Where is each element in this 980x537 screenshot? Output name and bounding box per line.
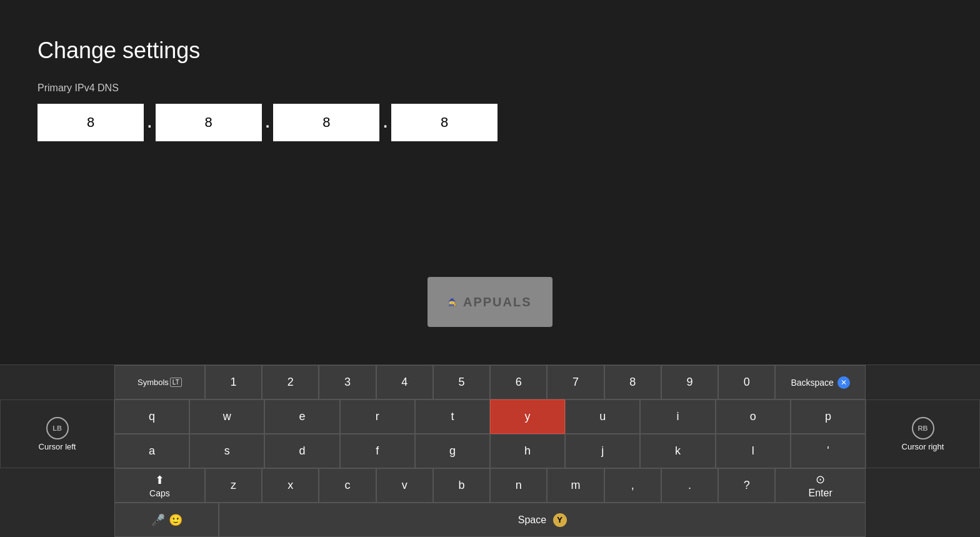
key-question[interactable]: ? [718, 468, 775, 503]
dns-dot-3: . [383, 114, 388, 131]
dns-label: Primary IPv4 DNS [38, 83, 942, 94]
key-comma[interactable]: , [604, 468, 661, 503]
key-i[interactable]: i [640, 399, 715, 434]
backspace-key[interactable]: Backspace ✕ [775, 365, 866, 399]
dns-fields: . . . [38, 104, 942, 141]
key-3[interactable]: 3 [319, 365, 376, 399]
keyboard-row-2: q w e r t y u i o p [114, 399, 866, 434]
key-l[interactable]: l [716, 434, 791, 468]
backspace-x-icon: ✕ [838, 376, 850, 389]
key-4[interactable]: 4 [376, 365, 433, 399]
key-p[interactable]: p [791, 399, 866, 434]
key-q[interactable]: q [114, 399, 189, 434]
key-a[interactable]: a [114, 434, 189, 468]
key-f[interactable]: f [340, 434, 415, 468]
symbols-key[interactable]: Symbols LT [114, 365, 205, 399]
key-v[interactable]: v [376, 468, 433, 503]
mic-icon: 🎤 [151, 513, 165, 527]
key-t[interactable]: t [415, 399, 490, 434]
keyboard-wrapper: Symbols LT 1 2 3 4 5 6 7 8 9 0 Backspac [0, 365, 980, 537]
keyboard-row-5: 🎤 🙂 Space Y [114, 503, 866, 537]
key-n[interactable]: n [490, 468, 547, 503]
key-u[interactable]: u [565, 399, 640, 434]
key-6[interactable]: 6 [490, 365, 547, 399]
keyboard-row-4: ⬆ Caps z x c v b n m , . ? [114, 468, 866, 503]
key-x[interactable]: x [262, 468, 319, 503]
key-m[interactable]: m [547, 468, 604, 503]
key-c[interactable]: c [319, 468, 376, 503]
key-7[interactable]: 7 [547, 365, 604, 399]
key-8[interactable]: 8 [604, 365, 661, 399]
key-e[interactable]: e [264, 399, 339, 434]
caps-key[interactable]: ⬆ Caps [114, 468, 205, 503]
key-j[interactable]: j [565, 434, 640, 468]
key-5[interactable]: 5 [433, 365, 490, 399]
mic-emoji-key[interactable]: 🎤 🙂 [114, 503, 219, 537]
keyboard-row-1: Symbols LT 1 2 3 4 5 6 7 8 9 0 Backspac [114, 365, 866, 399]
key-d[interactable]: d [264, 434, 339, 468]
dns-dot-2: . [266, 114, 270, 131]
key-1[interactable]: 1 [205, 365, 262, 399]
key-2[interactable]: 2 [262, 365, 319, 399]
key-k[interactable]: k [640, 434, 715, 468]
key-g[interactable]: g [415, 434, 490, 468]
key-y[interactable]: y [490, 399, 565, 434]
top-section: Change settings Primary IPv4 DNS . . . [0, 0, 980, 166]
dns-field-2[interactable] [156, 104, 262, 141]
dns-field-3[interactable] [273, 104, 379, 141]
enter-key[interactable]: ⊙ Enter [775, 468, 866, 503]
watermark: 🧙 APPUALS [428, 277, 552, 327]
dns-dot-1: . [148, 114, 152, 131]
key-apostrophe[interactable]: ' [791, 434, 866, 468]
enter-icon: ⊙ [816, 473, 825, 486]
key-h[interactable]: h [490, 434, 565, 468]
key-s[interactable]: s [189, 434, 264, 468]
keyboard-overlay: LB Cursor left RB Cursor right Symbols L… [0, 364, 980, 537]
page-title: Change settings [38, 38, 942, 64]
key-w[interactable]: w [189, 399, 264, 434]
key-r[interactable]: r [340, 399, 415, 434]
keyboard: Symbols LT 1 2 3 4 5 6 7 8 9 0 Backspac [114, 365, 866, 537]
key-b[interactable]: b [433, 468, 490, 503]
keyboard-row-3: a s d f g h j k l ' [114, 434, 866, 468]
key-9[interactable]: 9 [661, 365, 718, 399]
key-0[interactable]: 0 [718, 365, 775, 399]
emoji-icon: 🙂 [169, 513, 182, 527]
dns-field-4[interactable] [391, 104, 498, 141]
space-key[interactable]: Space Y [219, 503, 866, 537]
dns-field-1[interactable] [38, 104, 144, 141]
y-badge: Y [553, 513, 567, 527]
caps-icon: ⬆ [155, 473, 164, 487]
key-period[interactable]: . [661, 468, 718, 503]
key-o[interactable]: o [716, 399, 791, 434]
key-z[interactable]: z [205, 468, 262, 503]
